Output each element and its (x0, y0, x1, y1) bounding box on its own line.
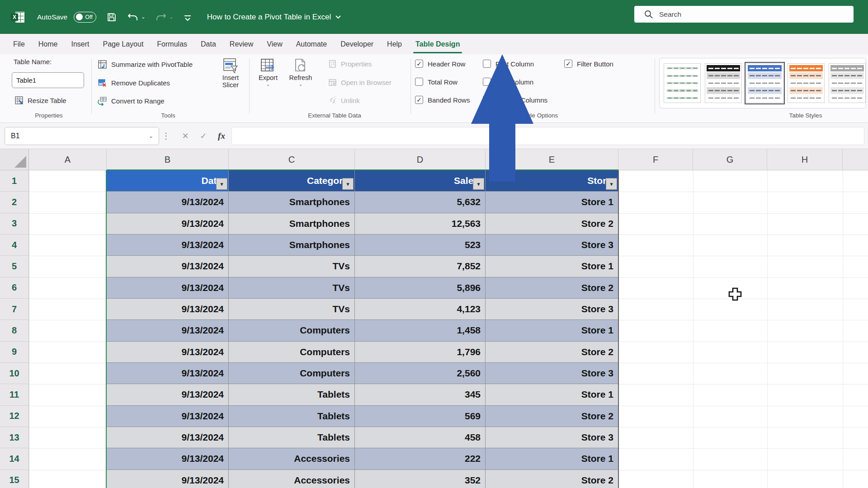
row-header-2[interactable]: 2 (0, 192, 28, 213)
row-header-14[interactable]: 14 (0, 448, 28, 469)
table-cell[interactable]: 12,563 (355, 213, 486, 235)
table-cell[interactable]: 5,632 (355, 192, 486, 213)
column-header-F[interactable]: F (618, 149, 693, 170)
column-header-A[interactable]: A (29, 149, 107, 170)
table-cell[interactable]: Accessories (229, 470, 355, 488)
filter-dropdown-icon[interactable]: ▾ (606, 178, 617, 190)
table-cell[interactable]: TVs (229, 277, 355, 299)
orange-header-style[interactable] (788, 63, 825, 103)
table-cell[interactable]: 9/13/2024 (107, 192, 229, 213)
save-icon[interactable] (106, 12, 117, 23)
summarize-with-pivottable-button[interactable]: Summarize with PivotTable (98, 60, 193, 69)
table-cell[interactable]: 9/13/2024 (107, 427, 229, 448)
table-cell[interactable]: Store 1 (486, 384, 618, 405)
black-header-style[interactable] (705, 63, 742, 103)
insert-slicer-button[interactable]: Insert Slicer (216, 58, 245, 89)
name-box[interactable]: B1 ⌄ (5, 127, 159, 145)
formula-input[interactable] (231, 127, 864, 145)
table-cell[interactable]: 9/13/2024 (107, 470, 229, 488)
tab-automate[interactable]: Automate (289, 34, 334, 54)
table-cell[interactable]: 9/13/2024 (107, 406, 229, 427)
column-header-G[interactable]: G (693, 149, 767, 170)
table-cell[interactable]: Tablets (229, 427, 355, 448)
table-cell[interactable]: 523 (355, 235, 486, 256)
table-cell[interactable]: Smartphones (229, 192, 355, 213)
row-header-8[interactable]: 8 (0, 320, 28, 341)
table-cell[interactable]: Store 2 (486, 470, 618, 488)
table-cell[interactable]: Store 1 (486, 256, 618, 277)
tab-insert[interactable]: Insert (64, 34, 96, 54)
table-cell[interactable]: Accessories (229, 448, 355, 469)
table-cell[interactable]: 352 (355, 470, 486, 488)
enter-check-icon[interactable]: ✓ (195, 127, 212, 145)
tab-review[interactable]: Review (223, 34, 260, 54)
tab-home[interactable]: Home (32, 34, 65, 54)
table-cell[interactable]: Store 3 (486, 363, 618, 384)
tab-data[interactable]: Data (194, 34, 223, 54)
row-header-7[interactable]: 7 (0, 299, 28, 320)
checkbox-last-column[interactable]: Last Column (483, 78, 533, 86)
checkbox-filter-button[interactable]: ✓Filter Button (564, 60, 613, 68)
table-cell[interactable]: Computers (229, 363, 355, 384)
fx-insert-function[interactable]: fx (213, 127, 230, 145)
tab-view[interactable]: View (260, 34, 289, 54)
table-cell[interactable]: Store 3 (486, 427, 618, 448)
table-cell[interactable]: Computers (229, 320, 355, 341)
column-header-E[interactable]: E (486, 149, 618, 170)
row-header-5[interactable]: 5 (0, 256, 28, 277)
table-cell[interactable]: 222 (355, 448, 486, 469)
filter-dropdown-icon[interactable]: ▾ (473, 178, 484, 190)
column-header-C[interactable]: C (229, 149, 355, 170)
table-header-category[interactable]: Category▾ (229, 170, 355, 192)
table-cell[interactable]: 5,896 (355, 277, 486, 299)
row-header-13[interactable]: 13 (0, 427, 28, 448)
row-header-6[interactable]: 6 (0, 277, 28, 299)
search-input[interactable]: Search (634, 6, 854, 23)
export-button[interactable]: Export ⌄ (254, 58, 282, 87)
tab-help[interactable]: Help (380, 34, 409, 54)
table-cell[interactable]: 9/13/2024 (107, 448, 229, 469)
table-cell[interactable]: Store 1 (486, 448, 618, 469)
filter-dropdown-icon[interactable]: ▾ (216, 178, 227, 190)
table-name-input[interactable]: Table1 (12, 72, 84, 88)
refresh-button[interactable]: Refresh ⌄ (286, 58, 316, 87)
table-cell[interactable]: 1,796 (355, 342, 486, 363)
table-cell[interactable]: Store 3 (486, 235, 618, 256)
row-header-15[interactable]: 15 (0, 470, 28, 488)
column-header-H[interactable]: H (767, 149, 843, 170)
row-header-12[interactable]: 12 (0, 406, 28, 427)
table-cell[interactable]: Store 1 (486, 320, 618, 341)
table-cell[interactable]: TVs (229, 256, 355, 277)
table-cell[interactable]: 2,560 (355, 363, 486, 384)
tab-file[interactable]: File (6, 34, 32, 54)
tab-table-design[interactable]: Table Design (409, 34, 467, 54)
checkbox-total-row[interactable]: Total Row (415, 78, 458, 86)
row-header-4[interactable]: 4 (0, 235, 28, 256)
table-cell[interactable]: Store 2 (486, 213, 618, 235)
row-header-1[interactable]: 1 (0, 170, 28, 192)
undo-icon[interactable]: ⌄ (127, 12, 145, 23)
table-cell[interactable]: 458 (355, 427, 486, 448)
name-box-splitter[interactable]: ⋮ (163, 127, 169, 145)
table-cell[interactable]: Smartphones (229, 213, 355, 235)
row-header-11[interactable]: 11 (0, 384, 28, 405)
filter-dropdown-icon[interactable]: ▾ (342, 178, 354, 190)
table-cell[interactable]: Store 2 (486, 277, 618, 299)
table-cell[interactable]: Store 2 (486, 406, 618, 427)
table-header-date[interactable]: Date▾ (107, 170, 229, 192)
table-cell[interactable]: 7,852 (355, 256, 486, 277)
table-cell[interactable]: 345 (355, 384, 486, 405)
green-grid-style[interactable] (664, 63, 701, 103)
table-cell[interactable]: Store 1 (486, 192, 618, 213)
table-cell[interactable]: Store 2 (486, 342, 618, 363)
redo-icon[interactable]: ⌄ (155, 12, 173, 23)
table-cell[interactable]: Store 3 (486, 299, 618, 320)
resize-table-button[interactable]: Resize Table (14, 96, 66, 105)
customize-toolbar-icon[interactable] (184, 13, 192, 22)
select-all-corner[interactable] (0, 149, 29, 170)
column-header-B[interactable]: B (107, 149, 229, 170)
tab-developer[interactable]: Developer (334, 34, 380, 54)
column-header-D[interactable]: D (355, 149, 486, 170)
table-cell[interactable]: 569 (355, 406, 486, 427)
table-cell[interactable]: Smartphones (229, 235, 355, 256)
